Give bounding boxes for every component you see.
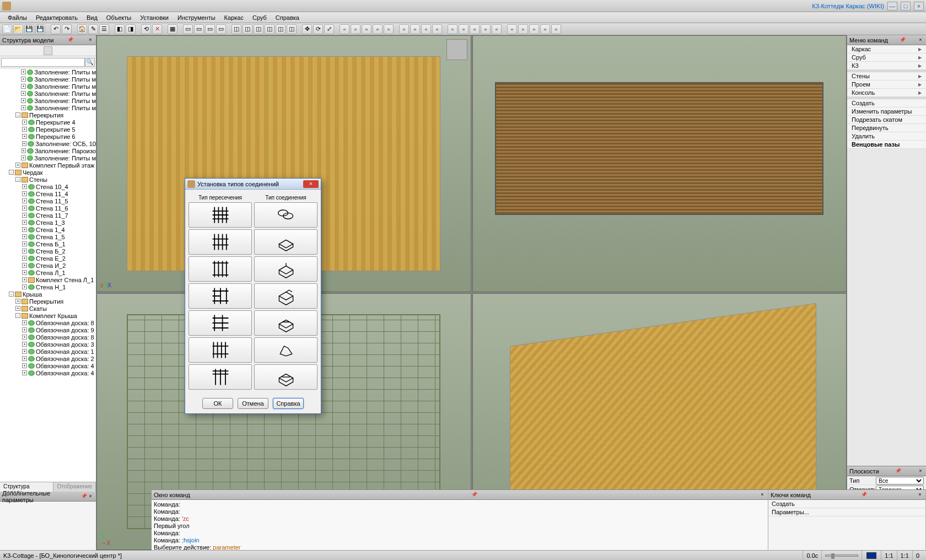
intersection-type-6[interactable] — [189, 337, 252, 363]
search-icon[interactable]: 🔍 — [85, 58, 95, 67]
expand-icon[interactable]: - — [15, 112, 20, 117]
menu-item[interactable]: Венцовые пазы — [847, 141, 926, 149]
close-button[interactable]: × — [914, 2, 924, 10]
joint-type-2[interactable] — [254, 229, 317, 255]
menu-objects[interactable]: Объекты — [102, 13, 136, 22]
model-tree[interactable]: +Заполнение: Плиты м+Заполнение: Плиты м… — [0, 68, 96, 482]
expand-icon[interactable]: + — [21, 69, 26, 74]
tool-d1[interactable]: ◫ — [232, 24, 241, 34]
expand-icon[interactable]: + — [22, 198, 27, 203]
expand-icon[interactable]: + — [22, 284, 27, 289]
tool-edit[interactable]: ✎ — [88, 24, 98, 34]
menu-edit[interactable]: Редактировать — [31, 13, 82, 22]
expand-icon[interactable]: + — [21, 155, 26, 160]
panel-close-icon[interactable]: × — [759, 492, 766, 498]
expand-icon[interactable]: + — [22, 270, 27, 275]
expand-icon[interactable]: + — [22, 327, 27, 332]
tool-rotate[interactable]: ⟳ — [313, 24, 323, 34]
tool-saveall[interactable]: 💾 — [35, 24, 45, 34]
expand-icon[interactable]: + — [22, 191, 27, 196]
tool-h1[interactable]: ▫ — [507, 24, 517, 34]
tool-h5[interactable]: ▫ — [551, 24, 561, 34]
panel-close-icon[interactable]: × — [87, 37, 94, 44]
panel-close-icon[interactable]: × — [87, 493, 94, 500]
tree-item[interactable]: +Стена 1_5 — [0, 233, 96, 240]
joint-type-3[interactable] — [254, 256, 317, 282]
tree-item[interactable]: -Перекрытия — [0, 111, 96, 119]
tree-item[interactable]: -Чердак — [0, 169, 96, 176]
tool-g3[interactable]: ▫ — [470, 24, 480, 34]
tool-undo[interactable]: ↶ — [51, 24, 61, 34]
tool-d3[interactable]: ◫ — [254, 24, 263, 34]
panel-pin-icon[interactable]: 📌 — [67, 37, 74, 44]
tool-c1[interactable]: ▭ — [183, 24, 193, 34]
expand-icon[interactable]: - — [9, 292, 14, 297]
key-item[interactable]: Параметры... — [768, 508, 925, 516]
tree-item[interactable]: +Стена 1_3 — [0, 219, 96, 226]
tool-refresh[interactable]: ⟲ — [141, 24, 151, 34]
viewport-front[interactable] — [472, 35, 847, 292]
expand-icon[interactable]: + — [22, 263, 27, 268]
expand-icon[interactable]: + — [22, 234, 27, 239]
key-item[interactable]: Создать — [768, 500, 925, 508]
tool-scale[interactable]: ⤢ — [324, 24, 334, 34]
tool-e2[interactable]: ▫ — [351, 24, 360, 34]
panel-close-icon[interactable]: × — [917, 37, 924, 44]
expand-icon[interactable]: + — [22, 335, 27, 340]
expand-icon[interactable]: + — [21, 91, 26, 96]
expand-icon[interactable]: + — [22, 249, 27, 254]
tree-item[interactable]: +Заполнение: Плиты м — [0, 154, 96, 161]
expand-icon[interactable]: + — [22, 227, 27, 232]
tree-item[interactable]: +Обвязочная доска: 8 — [0, 319, 96, 326]
expand-icon[interactable]: + — [21, 77, 26, 82]
intersection-type-5[interactable] — [189, 310, 252, 336]
menu-frame[interactable]: Каркас — [220, 13, 248, 22]
tree-item[interactable]: +Скаты — [0, 305, 96, 312]
joint-type-1[interactable] — [254, 202, 317, 228]
tool-g1[interactable]: ▫ — [448, 24, 457, 34]
tree-item[interactable]: +Стена 1_4 — [0, 226, 96, 233]
tree-tool-icon[interactable] — [44, 46, 52, 55]
expand-icon[interactable]: + — [21, 98, 26, 103]
tree-item[interactable]: +Заполнение: Плиты м — [0, 68, 96, 76]
panel-pin-icon[interactable]: 📌 — [900, 37, 906, 44]
tree-item[interactable]: +Перекрытие 5 — [0, 126, 96, 133]
expand-icon[interactable]: + — [22, 120, 27, 125]
tree-item[interactable]: -Комплект Крыша — [0, 312, 96, 319]
menu-log[interactable]: Сруб — [248, 13, 271, 22]
tree-item[interactable]: -Крыша — [0, 290, 96, 298]
tree-item[interactable]: +Стена 11_4 — [0, 190, 96, 197]
panel-pin-icon[interactable]: 📌 — [860, 492, 867, 498]
expand-icon[interactable]: + — [22, 184, 27, 189]
menu-item[interactable]: Стены▶ — [847, 72, 926, 80]
expand-icon[interactable]: + — [21, 105, 26, 110]
tool-d6[interactable]: ◫ — [287, 24, 297, 34]
tool-h2[interactable]: ▫ — [518, 24, 528, 34]
menu-item[interactable]: Подрезать скатом — [847, 116, 926, 124]
view-cube[interactable] — [446, 39, 467, 60]
menu-tools[interactable]: Инструменты — [173, 13, 220, 22]
tool-new[interactable]: 📄 — [2, 24, 12, 34]
tree-item[interactable]: +Стена Л_1 — [0, 269, 96, 276]
tree-item[interactable]: +Стена 10_4 — [0, 183, 96, 190]
tree-item[interactable]: +Стена Н_1 — [0, 283, 96, 290]
tool-a[interactable]: ◧ — [115, 24, 125, 34]
panel-pin-icon[interactable]: 📌 — [81, 493, 88, 500]
expand-icon[interactable]: + — [22, 141, 27, 146]
tool-c3[interactable]: ▭ — [205, 24, 215, 34]
expand-icon[interactable]: + — [15, 306, 20, 311]
menu-item[interactable]: Проем▶ — [847, 80, 926, 89]
expand-icon[interactable]: + — [22, 220, 27, 225]
tree-item[interactable]: +Комплект Первый этаж — [0, 161, 96, 169]
menu-item[interactable]: Сруб▶ — [847, 53, 926, 62]
tool-g2[interactable]: ▫ — [459, 24, 469, 34]
tree-item[interactable]: +Перекрытие 4 — [0, 119, 96, 126]
expand-icon[interactable]: + — [22, 206, 27, 211]
dialog-close-button[interactable]: × — [303, 180, 319, 188]
menu-files[interactable]: Файлы — [3, 13, 31, 22]
tool-grid[interactable]: ▦ — [168, 24, 177, 34]
expand-icon[interactable]: + — [22, 134, 27, 139]
tool-h3[interactable]: ▫ — [529, 24, 539, 34]
expand-icon[interactable]: - — [15, 313, 20, 318]
tool-move[interactable]: ✥ — [302, 24, 312, 34]
